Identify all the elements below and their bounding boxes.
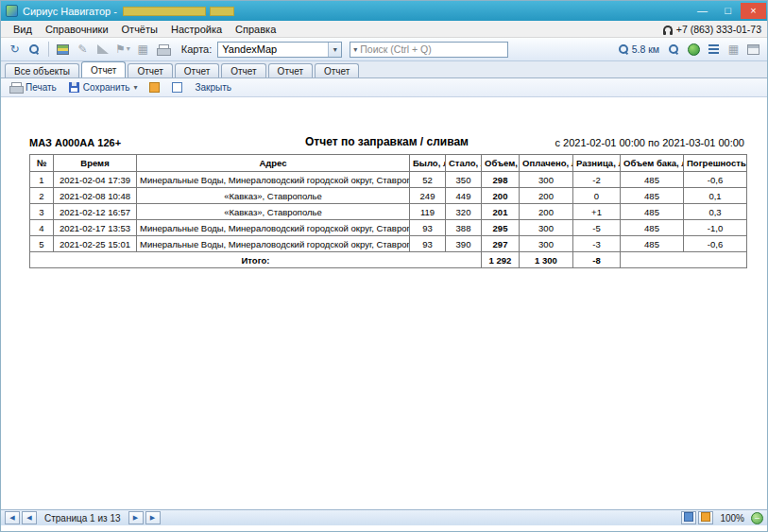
magnifier-icon <box>619 44 629 55</box>
tab-all-objects[interactable]: Все объекты <box>5 63 79 77</box>
cell-volume: 201 <box>482 204 520 220</box>
last-page-button[interactable]: ▶ <box>145 511 161 524</box>
fit-page-button[interactable] <box>145 79 164 95</box>
cell-paid: 200 <box>520 204 573 220</box>
search-box[interactable]: ▾ <box>350 42 508 58</box>
col-header: № <box>30 155 54 172</box>
minimize-button[interactable]: — <box>690 3 715 19</box>
list-icon <box>708 44 719 46</box>
search-input[interactable] <box>360 43 504 55</box>
map-view-button[interactable]: ▦ <box>725 41 742 59</box>
measure-button[interactable] <box>94 41 111 59</box>
map-select-value: YandexMap <box>218 43 328 55</box>
close-report-button[interactable]: Закрыть <box>190 79 236 95</box>
cell-after: 350 <box>446 172 482 188</box>
zoom-page-icon <box>684 512 693 522</box>
menu-settings[interactable]: Настройка <box>164 23 229 36</box>
grid-icon: ▦ <box>138 43 148 55</box>
prev-page-button[interactable]: ◀ <box>22 511 37 524</box>
cell-num: 4 <box>30 220 54 236</box>
window-icon <box>747 44 759 55</box>
minimize-icon: — <box>697 5 708 16</box>
globe-button[interactable] <box>685 41 703 59</box>
cell-error: -0,6 <box>684 236 747 252</box>
report-page: МАЗ А000АА 126+ Отчет по заправкам / сли… <box>1 97 767 509</box>
object-list-button[interactable] <box>705 41 723 59</box>
tab-report-6[interactable]: Отчет <box>315 63 359 77</box>
map-search-button[interactable] <box>26 41 43 59</box>
next-page-button[interactable]: ▶ <box>128 511 144 524</box>
printer-icon <box>9 82 22 93</box>
cell-tank: 485 <box>621 172 684 188</box>
toolbar-separator <box>48 42 49 57</box>
menu-directories[interactable]: Справочники <box>39 23 115 36</box>
cell-after: 320 <box>446 204 482 220</box>
fit-page-icon <box>149 82 160 93</box>
maximize-icon: □ <box>725 5 731 16</box>
window-footer <box>1 525 767 531</box>
table-row: 4 2021-02-17 13:53 Минеральные Воды, Мин… <box>30 220 747 236</box>
tab-report-5[interactable]: Отчет <box>268 63 313 77</box>
support-phone-number: +7 (863) 333-01-73 <box>676 24 761 35</box>
tab-bar: Все объекты Отчет Отчет Отчет Отчет Отче… <box>1 61 767 78</box>
cell-tank: 485 <box>621 236 684 252</box>
next-page-icon: ▶ <box>133 514 138 521</box>
tab-label: Отчет <box>91 65 116 76</box>
print-label: Печать <box>26 82 57 93</box>
refresh-button[interactable]: ↻ <box>6 41 24 59</box>
magnifier-icon <box>669 44 679 55</box>
maximize-button[interactable]: □ <box>715 3 741 19</box>
tab-report-3[interactable]: Отчет <box>175 63 219 77</box>
marker-button[interactable]: ⚑▾ <box>113 41 132 59</box>
cell-num: 1 <box>30 172 54 188</box>
menu-help[interactable]: Справка <box>229 23 282 36</box>
cell-after: 390 <box>446 236 482 252</box>
tab-label: Все объекты <box>14 66 70 77</box>
tab-report-4[interactable]: Отчет <box>221 63 265 77</box>
app-icon <box>6 5 18 17</box>
page-indicator: Страница 1 из 13 <box>44 513 121 523</box>
menu-reports[interactable]: Отчёты <box>115 23 164 36</box>
map-scale[interactable]: 5.8 км <box>615 41 663 59</box>
close-icon: × <box>750 5 756 16</box>
tab-report-2[interactable]: Отчет <box>128 63 172 77</box>
print-map-button[interactable] <box>154 41 172 59</box>
ruler-icon <box>97 44 109 54</box>
col-header: Объем, л <box>482 155 520 172</box>
menu-view[interactable]: Вид <box>7 23 39 36</box>
save-label: Сохранить <box>83 82 130 93</box>
cell-num: 2 <box>30 188 54 204</box>
map-select-dropdown[interactable]: ▾ <box>328 43 341 57</box>
cell-error: -1,0 <box>684 220 747 236</box>
cell-diff: 0 <box>573 188 621 204</box>
zoom-width-icon <box>701 512 710 522</box>
prev-page-icon: ◀ <box>26 514 31 521</box>
panel-layout-button[interactable] <box>744 41 762 59</box>
zoom-out-button[interactable]: – <box>751 512 763 524</box>
table-row: 1 2021-02-04 17:39 Минеральные Воды, Мин… <box>30 172 747 188</box>
zoom-button[interactable] <box>665 41 683 59</box>
close-button[interactable]: × <box>741 3 766 19</box>
fit-width-button[interactable] <box>167 79 187 95</box>
edit-track-button[interactable]: ✎ <box>74 41 92 59</box>
table-header-row: № Время Адрес Было, л Стало, л Объем, л … <box>30 155 747 172</box>
grid-button[interactable]: ▦ <box>134 41 152 59</box>
grid-icon: ▦ <box>728 43 739 55</box>
cell-before: 119 <box>410 204 446 220</box>
print-button[interactable]: Печать <box>5 79 61 95</box>
support-phone: +7 (863) 333-01-73 <box>663 24 761 35</box>
zoom-page-button[interactable] <box>681 511 696 524</box>
save-icon <box>69 82 79 93</box>
zoom-width-button[interactable] <box>698 511 713 524</box>
cell-paid: 300 <box>520 172 573 188</box>
last-page-icon: ▶ <box>150 514 155 521</box>
cell-volume: 297 <box>482 236 520 252</box>
cell-num: 5 <box>30 236 54 252</box>
layers-button[interactable] <box>54 41 72 59</box>
window-title: Сириус Навигатор - <box>23 6 117 17</box>
save-button[interactable]: Сохранить ▾ <box>64 79 143 95</box>
first-page-button[interactable]: ◀ <box>5 511 20 524</box>
tab-report-1[interactable]: Отчет <box>81 61 126 77</box>
map-select[interactable]: YandexMap ▾ <box>217 42 342 58</box>
total-empty <box>621 252 747 268</box>
